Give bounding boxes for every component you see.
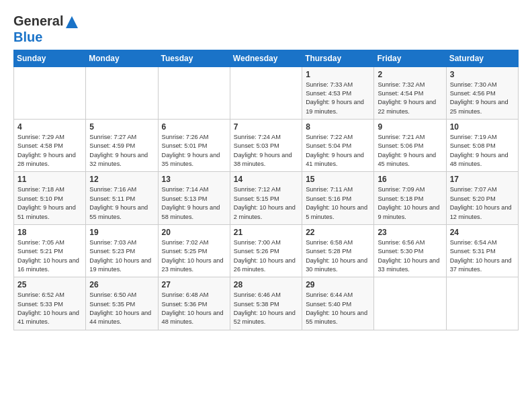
day-info: Sunrise: 7:07 AMSunset: 5:20 PMDaylight:… xyxy=(450,185,515,221)
col-header-tuesday: Tuesday xyxy=(158,50,230,66)
calendar-cell: 22Sunrise: 6:58 AMSunset: 5:28 PMDayligh… xyxy=(302,224,374,277)
day-number: 1 xyxy=(306,70,370,79)
calendar-cell: 15Sunrise: 7:11 AMSunset: 5:16 PMDayligh… xyxy=(302,172,374,224)
day-info: Sunrise: 7:26 AMSunset: 5:01 PMDaylight:… xyxy=(162,133,226,169)
day-info: Sunrise: 6:58 AMSunset: 5:28 PMDaylight:… xyxy=(306,238,370,274)
week-row-1: 4Sunrise: 7:29 AMSunset: 4:58 PMDaylight… xyxy=(14,120,519,172)
calendar-cell: 20Sunrise: 7:02 AMSunset: 5:25 PMDayligh… xyxy=(158,224,230,277)
day-info: Sunrise: 7:02 AMSunset: 5:25 PMDaylight:… xyxy=(162,238,226,274)
calendar-cell xyxy=(14,66,86,119)
week-row-2: 11Sunrise: 7:18 AMSunset: 5:10 PMDayligh… xyxy=(14,172,519,224)
calendar-cell: 16Sunrise: 7:09 AMSunset: 5:18 PMDayligh… xyxy=(374,172,446,224)
day-number: 23 xyxy=(378,228,442,237)
calendar-cell xyxy=(86,66,158,119)
day-number: 17 xyxy=(450,175,515,184)
calendar-cell xyxy=(446,277,518,330)
day-info: Sunrise: 7:33 AMSunset: 4:53 PMDaylight:… xyxy=(306,81,370,116)
day-number: 16 xyxy=(378,175,442,184)
day-info: Sunrise: 7:22 AMSunset: 5:04 PMDaylight:… xyxy=(306,133,370,169)
day-number: 25 xyxy=(17,280,82,289)
day-info: Sunrise: 7:30 AMSunset: 4:56 PMDaylight:… xyxy=(450,81,515,116)
day-number: 8 xyxy=(306,122,370,132)
col-header-saturday: Saturday xyxy=(446,50,518,66)
calendar-cell: 2Sunrise: 7:32 AMSunset: 4:54 PMDaylight… xyxy=(374,66,446,119)
day-number: 21 xyxy=(234,228,298,237)
day-number: 24 xyxy=(450,228,515,237)
day-number: 20 xyxy=(162,228,226,237)
day-number: 28 xyxy=(234,280,298,289)
calendar-cell: 3Sunrise: 7:30 AMSunset: 4:56 PMDaylight… xyxy=(446,66,518,119)
col-header-thursday: Thursday xyxy=(302,50,374,66)
day-number: 6 xyxy=(162,122,226,132)
day-info: Sunrise: 7:21 AMSunset: 5:06 PMDaylight:… xyxy=(378,133,442,169)
day-info: Sunrise: 7:11 AMSunset: 5:16 PMDaylight:… xyxy=(306,185,370,221)
day-info: Sunrise: 6:56 AMSunset: 5:30 PMDaylight:… xyxy=(378,238,442,274)
calendar-cell xyxy=(158,66,230,119)
calendar-cell: 26Sunrise: 6:50 AMSunset: 5:35 PMDayligh… xyxy=(86,277,158,330)
day-info: Sunrise: 7:03 AMSunset: 5:23 PMDaylight:… xyxy=(89,238,154,274)
day-info: Sunrise: 7:12 AMSunset: 5:15 PMDaylight:… xyxy=(234,185,298,221)
day-info: Sunrise: 7:27 AMSunset: 4:59 PMDaylight:… xyxy=(89,133,154,169)
calendar-cell: 27Sunrise: 6:48 AMSunset: 5:36 PMDayligh… xyxy=(158,277,230,330)
logo: General Blue xyxy=(13,13,79,44)
calendar-cell xyxy=(230,66,302,119)
calendar-cell: 11Sunrise: 7:18 AMSunset: 5:10 PMDayligh… xyxy=(14,172,86,224)
calendar-cell: 28Sunrise: 6:46 AMSunset: 5:38 PMDayligh… xyxy=(230,277,302,330)
calendar-cell: 19Sunrise: 7:03 AMSunset: 5:23 PMDayligh… xyxy=(86,224,158,277)
day-info: Sunrise: 7:19 AMSunset: 5:08 PMDaylight:… xyxy=(450,133,515,169)
day-info: Sunrise: 7:16 AMSunset: 5:11 PMDaylight:… xyxy=(89,185,154,221)
day-info: Sunrise: 7:09 AMSunset: 5:18 PMDaylight:… xyxy=(378,185,442,221)
day-number: 7 xyxy=(234,122,298,132)
day-info: Sunrise: 7:14 AMSunset: 5:13 PMDaylight:… xyxy=(162,185,226,221)
week-row-0: 1Sunrise: 7:33 AMSunset: 4:53 PMDaylight… xyxy=(14,66,519,119)
day-number: 18 xyxy=(17,228,82,237)
page: General Blue SundayMondayTuesdayWednesda… xyxy=(0,0,532,337)
day-info: Sunrise: 6:44 AMSunset: 5:40 PMDaylight:… xyxy=(306,291,370,326)
day-info: Sunrise: 6:50 AMSunset: 5:35 PMDaylight:… xyxy=(89,291,154,326)
col-header-monday: Monday xyxy=(86,50,158,66)
header-row: SundayMondayTuesdayWednesdayThursdayFrid… xyxy=(14,50,519,66)
day-number: 4 xyxy=(17,122,82,132)
col-header-wednesday: Wednesday xyxy=(230,50,302,66)
calendar-cell xyxy=(374,277,446,330)
calendar-cell: 17Sunrise: 7:07 AMSunset: 5:20 PMDayligh… xyxy=(446,172,518,224)
calendar-cell: 21Sunrise: 7:00 AMSunset: 5:26 PMDayligh… xyxy=(230,224,302,277)
day-info: Sunrise: 7:29 AMSunset: 4:58 PMDaylight:… xyxy=(17,133,82,169)
svg-marker-0 xyxy=(66,16,78,28)
day-number: 14 xyxy=(234,175,298,184)
day-info: Sunrise: 7:18 AMSunset: 5:10 PMDaylight:… xyxy=(17,185,82,221)
day-number: 12 xyxy=(89,175,154,184)
day-info: Sunrise: 6:54 AMSunset: 5:31 PMDaylight:… xyxy=(450,238,515,274)
calendar-cell: 9Sunrise: 7:21 AMSunset: 5:06 PMDaylight… xyxy=(374,120,446,172)
calendar-cell: 1Sunrise: 7:33 AMSunset: 4:53 PMDaylight… xyxy=(302,66,374,119)
day-info: Sunrise: 7:05 AMSunset: 5:21 PMDaylight:… xyxy=(17,238,82,274)
day-number: 27 xyxy=(162,280,226,289)
logo-line2: Blue xyxy=(13,30,79,44)
day-info: Sunrise: 7:24 AMSunset: 5:03 PMDaylight:… xyxy=(234,133,298,169)
day-info: Sunrise: 6:46 AMSunset: 5:38 PMDaylight:… xyxy=(234,291,298,326)
day-number: 26 xyxy=(89,280,154,289)
day-number: 11 xyxy=(17,175,82,184)
day-number: 15 xyxy=(306,175,370,184)
day-number: 3 xyxy=(450,70,515,79)
day-number: 13 xyxy=(162,175,226,184)
calendar-cell: 29Sunrise: 6:44 AMSunset: 5:40 PMDayligh… xyxy=(302,277,374,330)
calendar-cell: 4Sunrise: 7:29 AMSunset: 4:58 PMDaylight… xyxy=(14,120,86,172)
day-number: 29 xyxy=(306,280,370,289)
calendar-cell: 23Sunrise: 6:56 AMSunset: 5:30 PMDayligh… xyxy=(374,224,446,277)
calendar-cell: 7Sunrise: 7:24 AMSunset: 5:03 PMDaylight… xyxy=(230,120,302,172)
day-number: 2 xyxy=(378,70,442,79)
header: General Blue xyxy=(13,11,519,44)
day-info: Sunrise: 6:52 AMSunset: 5:33 PMDaylight:… xyxy=(17,291,82,326)
day-number: 9 xyxy=(378,122,442,132)
day-number: 10 xyxy=(450,122,515,132)
calendar-cell: 6Sunrise: 7:26 AMSunset: 5:01 PMDaylight… xyxy=(158,120,230,172)
day-info: Sunrise: 6:48 AMSunset: 5:36 PMDaylight:… xyxy=(162,291,226,326)
calendar-cell: 14Sunrise: 7:12 AMSunset: 5:15 PMDayligh… xyxy=(230,172,302,224)
calendar-cell: 13Sunrise: 7:14 AMSunset: 5:13 PMDayligh… xyxy=(158,172,230,224)
calendar-table: SundayMondayTuesdayWednesdayThursdayFrid… xyxy=(13,50,519,330)
day-number: 5 xyxy=(89,122,154,132)
col-header-sunday: Sunday xyxy=(14,50,86,66)
day-info: Sunrise: 7:32 AMSunset: 4:54 PMDaylight:… xyxy=(378,81,442,116)
calendar-cell: 12Sunrise: 7:16 AMSunset: 5:11 PMDayligh… xyxy=(86,172,158,224)
